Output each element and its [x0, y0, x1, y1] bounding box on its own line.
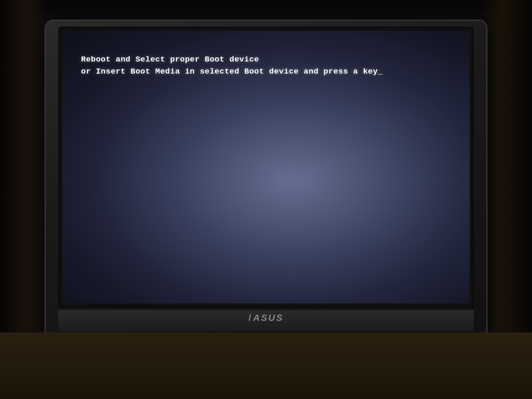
floor-surface	[0, 332, 532, 399]
laptop-body: Reboot and Select proper Boot device or …	[46, 21, 486, 337]
boot-line-1: Reboot and Select proper Boot device	[81, 54, 453, 66]
asus-logo-area: /ASUS	[58, 313, 474, 323]
asus-slash: /	[249, 313, 252, 323]
screen-display: Reboot and Select proper Boot device or …	[62, 31, 470, 303]
boot-line-2: or Insert Boot Media in selected Boot de…	[81, 66, 453, 78]
laptop-bottom-bar: /ASUS	[58, 310, 474, 331]
photo-frame: Reboot and Select proper Boot device or …	[0, 0, 532, 399]
asus-brand-logo: /ASUS	[249, 313, 283, 323]
boot-message-area: Reboot and Select proper Boot device or …	[81, 54, 453, 78]
asus-text: ASUS	[253, 313, 283, 323]
screen-bezel: Reboot and Select proper Boot device or …	[58, 27, 474, 308]
